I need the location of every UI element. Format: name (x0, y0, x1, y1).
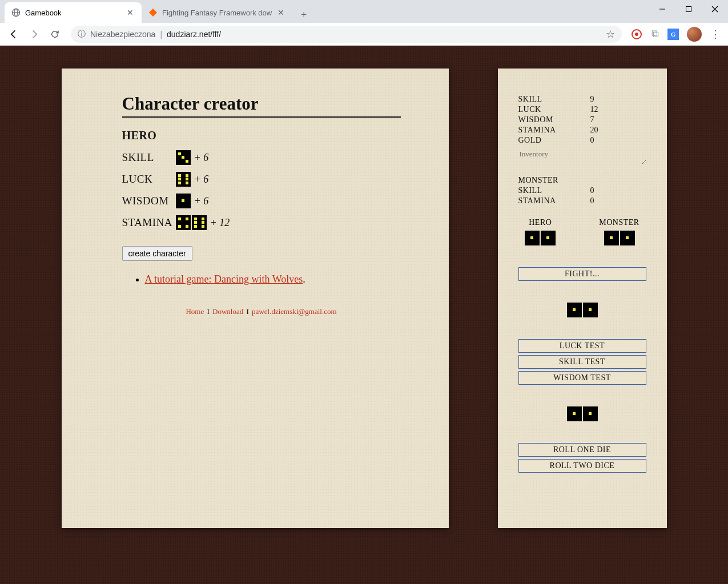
footer-links: Home I Download I pawel.dziemski@gmail.c… (122, 307, 401, 316)
stat-row-wisdom: WISDOM + 6 (122, 190, 401, 212)
svg-marker-7 (149, 9, 157, 17)
die-icon (176, 150, 191, 165)
browser-window: Gamebook ✕ Fighting Fantasy Framework do… (0, 0, 728, 584)
main-panel: Character creator HERO SKILL + 6 LUCK + … (62, 69, 449, 528)
roll-dice (518, 406, 646, 421)
url-separator: | (160, 30, 162, 39)
hero-stats: SKILL9 LUCK12 WISDOM7 STAMINA20 GOLD0 (518, 95, 646, 145)
dice-icon (525, 231, 556, 245)
stat-label: SKILL (122, 151, 176, 164)
stat-label: STAMINA (518, 126, 590, 135)
stat-label: LUCK (518, 105, 590, 114)
footer-sep: I (247, 307, 249, 316)
nav-back[interactable] (5, 25, 23, 43)
globe-icon (11, 8, 21, 17)
dice-icon (599, 231, 639, 245)
footer-email-link[interactable]: pawel.dziemski@gmail.com (252, 307, 336, 316)
url-security: Niezabezpieczona (90, 30, 155, 39)
tab-title: Fighting Fantasy Framework dow (162, 9, 272, 17)
page-viewport: Character creator HERO SKILL + 6 LUCK + … (0, 46, 728, 584)
page-title: Character creator (122, 94, 401, 118)
stat-value: 0 (590, 196, 594, 206)
tab-title: Gamebook (25, 9, 121, 17)
profile-avatar[interactable] (687, 27, 702, 42)
stat-label: SKILL (518, 186, 590, 195)
hero-heading: HERO (122, 129, 401, 142)
stat-value: 20 (590, 126, 598, 135)
extension-google-translate[interactable]: G (665, 26, 681, 42)
stat-bonus: + 12 (210, 217, 230, 229)
stat-label: SKILL (518, 95, 590, 104)
luck-test-button[interactable]: LUCK TEST (518, 339, 646, 353)
stat-label: LUCK (122, 173, 176, 186)
nav-forward[interactable] (25, 25, 43, 43)
stat-bonus: + 6 (194, 174, 209, 186)
tab-gamebook[interactable]: Gamebook ✕ (5, 2, 142, 23)
stat-row-skill: SKILL + 6 (122, 147, 401, 168)
die-icon (583, 406, 598, 421)
stat-label: WISDOM (122, 195, 176, 207)
die-icon (583, 303, 598, 317)
stat-label: WISDOM (518, 115, 590, 124)
stat-label: STAMINA (518, 196, 590, 206)
fight-section: HERO MONSTER FI (518, 218, 646, 282)
stat-value: 9 (590, 95, 594, 104)
hero-dice-label: HERO (525, 218, 556, 227)
roll-buttons: ROLL ONE DIE ROLL TWO DICE (518, 442, 646, 474)
tab-fighting-fantasy[interactable]: Fighting Fantasy Framework dow ✕ (142, 2, 292, 23)
svg-rect-1 (686, 7, 691, 12)
footer-sep: I (207, 307, 209, 316)
footer-download-link[interactable]: Download (212, 307, 243, 316)
stat-row-luck: LUCK + 6 (122, 168, 401, 190)
roll-one-die-button[interactable]: ROLL ONE DIE (518, 443, 646, 457)
monster-dice-column: MONSTER (599, 218, 639, 245)
stat-bonus: + 6 (194, 195, 209, 207)
hero-dice-column: HERO (525, 218, 556, 245)
period: . (303, 273, 305, 285)
extension-dropbox[interactable]: ⧉ (647, 26, 663, 42)
stat-value: 7 (590, 115, 594, 124)
stat-bonus: + 6 (194, 152, 209, 164)
die-icon (176, 172, 191, 187)
window-controls (649, 0, 728, 18)
tab-close-icon[interactable]: ✕ (276, 8, 285, 17)
test-buttons: LUCK TEST SKILL TEST WISDOM TEST (518, 338, 646, 386)
test-dice (518, 303, 646, 317)
nav-reload[interactable] (46, 25, 64, 43)
sourceforge-icon (148, 8, 158, 17)
tutorial-link[interactable]: A tutorial game: Dancing with Wolves (145, 273, 303, 285)
browser-menu-icon[interactable]: ⋮ (707, 26, 723, 42)
nav-bar: ⓘ Niezabezpieczona | dudziarz.net/fff/ ☆… (0, 23, 728, 46)
die-icon (567, 303, 582, 317)
monster-heading: MONSTER (518, 176, 646, 185)
fight-button[interactable]: FIGHT!... (518, 267, 646, 281)
extension-adblock[interactable] (629, 26, 645, 42)
stat-value: 12 (590, 105, 598, 114)
inventory-textarea[interactable] (518, 148, 647, 164)
wisdom-test-button[interactable]: WISDOM TEST (518, 371, 646, 385)
side-panel: SKILL9 LUCK12 WISDOM7 STAMINA20 GOLD0 MO… (498, 69, 667, 528)
new-tab-button[interactable]: + (296, 7, 312, 23)
url-text: dudziarz.net/fff/ (167, 30, 221, 39)
monster-stats: SKILL0 STAMINA0 (518, 186, 646, 206)
tab-close-icon[interactable]: ✕ (126, 8, 135, 17)
info-icon: ⓘ (78, 29, 86, 39)
inventory (518, 148, 646, 167)
create-character-button[interactable]: create character (122, 246, 192, 261)
bookmark-star-icon[interactable]: ☆ (606, 28, 615, 41)
tab-bar: Gamebook ✕ Fighting Fantasy Framework do… (0, 0, 728, 23)
roll-two-dice-button[interactable]: ROLL TWO DICE (518, 459, 646, 473)
monster-dice-label: MONSTER (599, 218, 639, 227)
window-minimize[interactable] (649, 0, 675, 18)
game-list: A tutorial game: Dancing with Wolves. (122, 273, 401, 285)
stat-value: 0 (590, 186, 594, 195)
stat-label: GOLD (518, 136, 590, 145)
window-maximize[interactable] (675, 0, 702, 18)
list-item: A tutorial game: Dancing with Wolves. (145, 273, 401, 285)
window-close[interactable] (702, 0, 728, 18)
skill-test-button[interactable]: SKILL TEST (518, 355, 646, 369)
stat-label: STAMINA (122, 216, 176, 229)
stat-value: 0 (590, 136, 594, 145)
url-bar[interactable]: ⓘ Niezabezpieczona | dudziarz.net/fff/ ☆ (71, 26, 622, 43)
footer-home-link[interactable]: Home (186, 307, 204, 316)
